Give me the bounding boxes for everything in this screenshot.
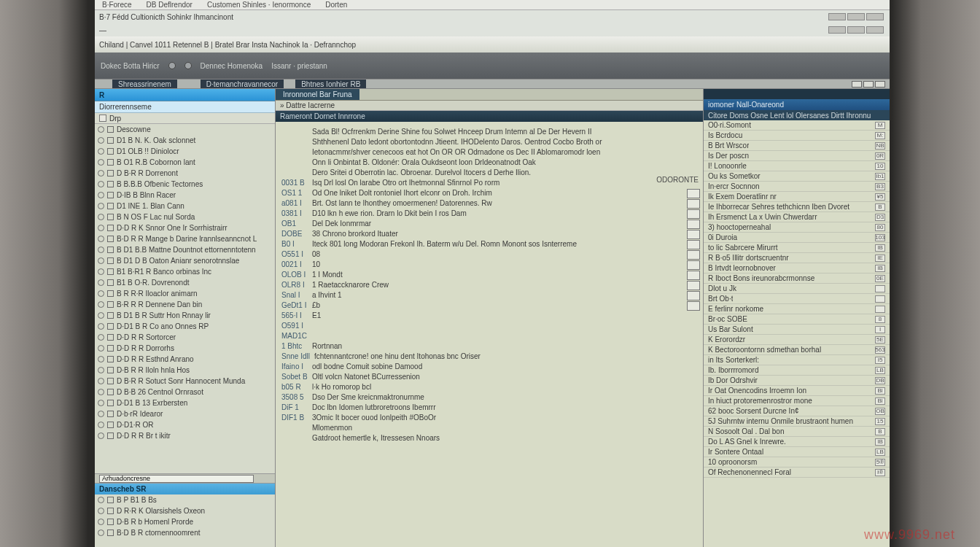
sidebar-item[interactable]: D1 INE 1. Blan Cann: [95, 201, 275, 212]
right-item[interactable]: Is Der poscn0R: [704, 151, 890, 161]
log-line[interactable]: O591 I: [281, 320, 697, 330]
sidebar-item[interactable]: B·D B R ctornennoomrent: [95, 527, 275, 538]
right-item[interactable]: Is BcrdocuM:: [704, 131, 890, 141]
log-line[interactable]: Sada Bl! Ocfrrenkm Derine Shine fou Solw…: [281, 126, 697, 136]
status-cell[interactable]: [687, 230, 700, 239]
log-line[interactable]: Ifaino Iodl bodne Comuit sobine Damood: [281, 361, 697, 371]
log-line[interactable]: Dero Sritei d Oberrotin lac. Obroenar. D…: [281, 167, 697, 177]
log-line[interactable]: MAD1C: [281, 330, 697, 341]
radio-icon[interactable]: [98, 411, 104, 417]
radio-icon[interactable]: [98, 181, 104, 187]
log-line[interactable]: 0031 BIsq Drl losl On larabe Otro ort Ih…: [281, 177, 697, 187]
right-item[interactable]: In hiuct protoremenrostror moneBl: [704, 396, 890, 406]
sidebar-item[interactable]: B N OS F Lac nul Sorda: [95, 212, 275, 222]
sidebar-item[interactable]: B1 B O·R. Dovrenondt: [95, 277, 275, 288]
sidebar-item[interactable]: D B·R R Dorrenont: [95, 168, 275, 179]
search-input[interactable]: [99, 475, 254, 483]
right-item[interactable]: 5J Suhrntw internu Onmile brustraont hum…: [704, 416, 890, 427]
right-item[interactable]: Ie Ihborrecar Sehres tethchicnn Iben Dvo…: [704, 202, 890, 212]
sidebar-item[interactable]: D·D R K Snnor One Ir Sorrhistrairr: [95, 222, 275, 233]
sidebar-item[interactable]: Descowne: [95, 124, 275, 135]
log-line[interactable]: b05 Rl·k Ho romorop bcl: [281, 381, 697, 392]
right-item[interactable]: Ou ks SometkorIb1: [704, 171, 890, 182]
right-tab[interactable]: [704, 89, 890, 99]
sidebar-item[interactable]: B B.B.B Ofbenic Tectornes: [95, 179, 275, 190]
right-item[interactable]: Brt Ob·t: [704, 294, 890, 304]
right-item[interactable]: K Bectoroontornn sdmethan borhal563: [704, 345, 890, 355]
right-item[interactable]: O0·ri.SomontM: [704, 120, 890, 131]
sidebar-item[interactable]: B O1 R.B Cobornon lant: [95, 157, 275, 168]
log-line[interactable]: Snne Idllfchtennantcrone! one hinu dent …: [281, 351, 697, 361]
status-cell[interactable]: [687, 281, 700, 290]
status-cell[interactable]: [687, 260, 700, 270]
radio-icon[interactable]: [98, 345, 104, 352]
log-line[interactable]: OB1Del Dek Ionmrmar: [281, 218, 697, 228]
radio-icon[interactable]: [98, 290, 104, 297]
sidebar-item[interactable]: D B·R R Sotuct Sonr Hannocent Munda: [95, 376, 275, 387]
log-line[interactable]: O551 I08: [281, 249, 697, 259]
radio-icon[interactable]: [98, 367, 104, 373]
right-item[interactable]: 0i Duroia103: [704, 233, 890, 243]
right-item[interactable]: Ib Dor OdrshvirDB: [704, 376, 890, 386]
radio-icon[interactable]: [98, 225, 104, 231]
sidebar-item[interactable]: D·B R b Homenl Prorde: [95, 516, 275, 527]
log-line[interactable]: DiF 1Doc lbn Idomen lutbroretroons Ibemr…: [281, 402, 697, 412]
log-line[interactable]: Sobet BOltl volcn Natonet BCurressenion: [281, 371, 697, 381]
log-line[interactable]: Ietonacmmr/shver cenecoos eat hot On OR …: [281, 147, 697, 157]
radio-icon[interactable]: [98, 422, 104, 428]
tab[interactable]: B·Forece: [98, 1, 136, 9]
radio-icon[interactable]: [98, 203, 104, 209]
radio-icon[interactable]: [98, 508, 104, 514]
thin-tab[interactable]: Shreassrinenem: [112, 79, 177, 89]
log-body[interactable]: Sada Bl! Ocfrrenkm Derine Shine fou Solw…: [276, 122, 703, 547]
sidebar-item[interactable]: D·D R R Sortorcer: [95, 332, 275, 343]
sidebar-item[interactable]: D·b·rR Idearor: [95, 408, 275, 419]
radio-icon[interactable]: [98, 356, 104, 362]
radio-icon[interactable]: [98, 323, 104, 330]
main-tab[interactable]: [359, 93, 374, 96]
log-line[interactable]: Gatdroot hemertle k, Itressesen Nnoars: [281, 432, 697, 443]
radio-icon[interactable]: [98, 159, 104, 166]
log-line[interactable]: Onn li Onbintat B. Oldonér: Orala Oukdse…: [281, 157, 697, 167]
radio-icon[interactable]: [98, 247, 104, 253]
sidebar-item[interactable]: B D1 D B Oaton Anianr senorotnnslae: [95, 255, 275, 266]
sidebar-item[interactable]: D1 B N. K. Oak sclonnet: [95, 135, 275, 146]
radio-icon[interactable]: [98, 170, 104, 176]
log-line[interactable]: 565·I IE1: [281, 310, 697, 320]
right-list[interactable]: O0·ri.SomontMIs BcrdocuM:B Brt WrscorNBI…: [704, 120, 890, 547]
log-line[interactable]: OLOB I1 I Mondt: [281, 269, 697, 279]
right-item[interactable]: In·ercr SocnnonB3: [704, 182, 890, 192]
tab[interactable]: Customen Shinles · Ienormonce: [203, 1, 315, 9]
right-item[interactable]: R Iboct Bons ireunorabcrmonnse0E: [704, 274, 890, 284]
sidebar-item[interactable]: B·R R R Dennene Dan bin: [95, 299, 275, 310]
radio-icon[interactable]: [98, 148, 104, 155]
right-item[interactable]: 3) hooctoperneahal80: [704, 222, 890, 233]
right-item[interactable]: 10 oproonorsm5®: [704, 457, 890, 468]
tab[interactable]: Dorten: [321, 1, 351, 9]
right-item[interactable]: Ih Ersmenct La x Uwin ChwerdarrD3: [704, 212, 890, 222]
log-line[interactable]: Mlomenmon: [281, 422, 697, 432]
log-line[interactable]: 1 BhtcRortnnan: [281, 341, 697, 351]
sidebar-item[interactable]: D R·R K Olarsishels Oxeon: [95, 505, 275, 516]
toolbar-icon[interactable]: [184, 62, 192, 69]
sidebar-list[interactable]: DescowneD1 B N. K. Oak sclonnetD1 OLB !!…: [95, 124, 275, 473]
log-line[interactable]: a081 IBrt. Ost lann te Ihonthey omoermen…: [281, 198, 697, 208]
radio-icon[interactable]: [98, 432, 104, 439]
radio-icon[interactable]: [98, 257, 104, 264]
right-item[interactable]: K Erorordzr5E: [704, 335, 890, 345]
thin-tab[interactable]: D·temanchravannecor: [201, 79, 284, 89]
square-icon[interactable]: [99, 115, 106, 122]
log-line[interactable]: 0381 ID10 lkn h ewe rion. Drarn lo Dkit …: [281, 208, 697, 218]
radio-icon[interactable]: [98, 279, 104, 286]
thin-tab[interactable]: Bhtnes Ionhier RB: [295, 79, 366, 89]
status-cell[interactable]: [687, 250, 700, 260]
win-control[interactable]: [828, 13, 846, 20]
win-min-icon[interactable]: [828, 26, 846, 34]
mini-control[interactable]: [852, 81, 862, 88]
sidebar-item[interactable]: D B·B 26 Centnol Ornrasot: [95, 387, 275, 397]
right-item[interactable]: Ir Oat Onencodins Irroemn IonBl: [704, 386, 890, 396]
radio-icon[interactable]: [98, 312, 104, 319]
sidebar-item[interactable]: B1 B·R1 R Banco orbinas Inc: [95, 266, 275, 277]
sidebar-section[interactable]: Danscheb SR: [95, 484, 275, 494]
radio-icon[interactable]: [98, 529, 104, 536]
